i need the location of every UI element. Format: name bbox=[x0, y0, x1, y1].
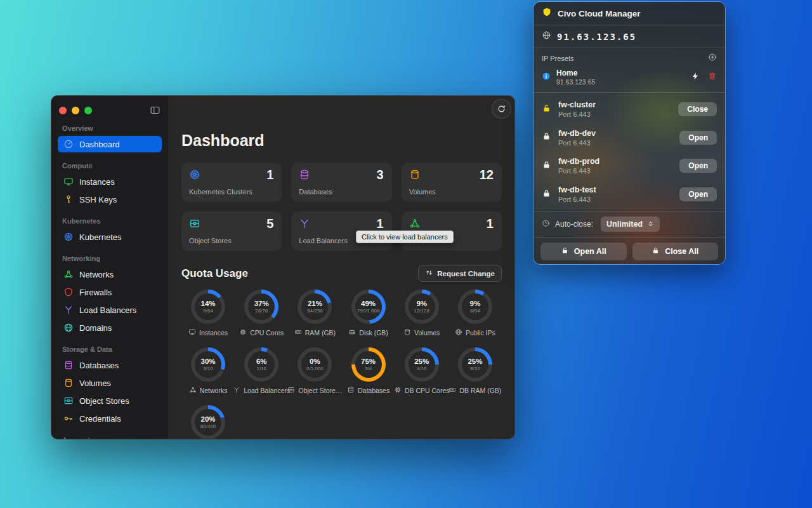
ring-ratio: 9/64 bbox=[203, 308, 213, 314]
sidebar-item-domains[interactable]: Domains bbox=[58, 319, 162, 336]
db-icon bbox=[347, 386, 355, 395]
ring-donut: 20%80/400 bbox=[191, 405, 225, 439]
stat-card-object-stores[interactable]: 5Object Stores bbox=[181, 211, 282, 251]
box-icon bbox=[189, 218, 274, 232]
civo-app-window: OverviewDashboardComputeInstancesSSH Key… bbox=[51, 95, 515, 439]
ring-percent: 37% bbox=[254, 300, 269, 308]
stat-value: 3 bbox=[377, 168, 384, 182]
lb-icon bbox=[299, 218, 384, 232]
gauge-icon bbox=[63, 139, 74, 149]
quota-ring-instances: 14%9/64Instances bbox=[181, 290, 235, 337]
preset-ip: 91.63.123.65 bbox=[556, 78, 595, 86]
sidebar-item-databases[interactable]: Databases bbox=[58, 357, 162, 373]
sidebar-item-load-balancers[interactable]: Load Balancers bbox=[58, 302, 162, 318]
main-content: Dashboard 1Kubernetes Clusters3Databases… bbox=[169, 96, 514, 439]
volume-icon bbox=[403, 328, 411, 337]
sidebar-item-firewalls[interactable]: Firewalls bbox=[58, 284, 162, 300]
ring-label: Public IPs bbox=[466, 329, 495, 337]
sidebar-item-networks[interactable]: Networks bbox=[58, 266, 162, 283]
quota-ring-load-balancers: 6%1/16Load Balancers bbox=[235, 347, 288, 395]
preset-name: Home bbox=[556, 69, 595, 78]
box-icon bbox=[287, 386, 295, 395]
ring-donut: 75%3/4 bbox=[351, 347, 386, 382]
auto-close-label: Auto-close: bbox=[555, 220, 593, 229]
quota-ring-public-ips: 9%6/64Public IPs bbox=[449, 290, 502, 337]
ring-label: RAM (GB) bbox=[305, 329, 336, 337]
close-all-button[interactable]: Close All bbox=[632, 243, 719, 260]
firewall-open-button[interactable]: Open bbox=[679, 131, 717, 145]
stat-card-kubernetes-clusters[interactable]: 1Kubernetes Clusters bbox=[181, 163, 282, 202]
auto-close-row: Auto-close: Unlimited bbox=[534, 211, 725, 237]
firewall-close-button[interactable]: Close bbox=[678, 102, 717, 116]
firewall-open-button[interactable]: Open bbox=[679, 159, 717, 173]
ring-percent: 25% bbox=[414, 358, 429, 366]
preset-row-home[interactable]: Home 91.63.123.65 bbox=[542, 69, 717, 86]
cpu-icon bbox=[394, 386, 402, 395]
open-all-label: Open All bbox=[574, 247, 606, 256]
ring-donut: 49%790/1.600 bbox=[351, 290, 386, 324]
open-all-button[interactable]: Open All bbox=[540, 243, 627, 260]
close-window-button[interactable] bbox=[59, 107, 67, 114]
ring-percent: 21% bbox=[308, 300, 322, 308]
sidebar-item-label: Object Stores bbox=[79, 396, 129, 406]
ring-percent: 0% bbox=[310, 358, 320, 366]
sidebar-item-ssh-keys[interactable]: SSH Keys bbox=[58, 191, 162, 208]
lock-open-icon bbox=[561, 246, 569, 257]
sidebar-item-label: Firewalls bbox=[79, 288, 112, 297]
close-all-label: Close All bbox=[665, 247, 698, 256]
firewall-port: Port 6.443 bbox=[558, 195, 596, 204]
sidebar-item-label: Networks bbox=[79, 270, 114, 279]
minimize-window-button[interactable] bbox=[72, 107, 79, 114]
ram-icon bbox=[294, 328, 302, 337]
sidebar-item-credentials[interactable]: Credentials bbox=[58, 410, 162, 427]
ram-icon bbox=[449, 386, 456, 395]
stat-value: 1 bbox=[377, 217, 384, 231]
stat-label: Volumes bbox=[409, 188, 494, 196]
auto-close-value: Unlimited bbox=[606, 220, 643, 229]
ring-percent: 9% bbox=[416, 300, 427, 308]
firewall-name: fw-db-test bbox=[558, 185, 596, 195]
quota-ring-ram-gb-: 21%54/256RAM (GB) bbox=[288, 290, 341, 337]
load-balancers-tooltip: Click to view load balancers bbox=[356, 231, 454, 243]
globe-icon bbox=[542, 30, 551, 43]
zoom-window-button[interactable] bbox=[84, 107, 92, 114]
ring-donut: 21%54/256 bbox=[298, 290, 332, 324]
ring-donut: 30%3/10 bbox=[191, 347, 225, 382]
sidebar: OverviewDashboardComputeInstancesSSH Key… bbox=[51, 96, 169, 439]
sidebar-item-label: Kubernetes bbox=[79, 232, 122, 242]
quota-header: Quota Usage Request Change bbox=[181, 265, 502, 282]
firewall-row-fw-db-dev: fw-db-devPort 6.443Open bbox=[534, 124, 725, 152]
sidebar-item-instances[interactable]: Instances bbox=[58, 173, 162, 190]
request-change-button[interactable]: Request Change bbox=[418, 265, 502, 282]
ring-ratio: 12/128 bbox=[414, 308, 429, 314]
firewall-open-button[interactable]: Open bbox=[679, 187, 717, 201]
ring-donut: 0%0/5.000 bbox=[298, 347, 332, 382]
quota-ring-db-ram-gb-: 25%8/32DB RAM (GB) bbox=[449, 347, 502, 395]
ring-donut: 9%12/128 bbox=[405, 290, 439, 324]
stat-card-volumes[interactable]: 12Volumes bbox=[402, 163, 502, 202]
sidebar-item-object-stores[interactable]: Object Stores bbox=[58, 392, 162, 409]
refresh-button[interactable] bbox=[492, 99, 511, 119]
clock-icon bbox=[542, 218, 550, 230]
quota-rings: 14%9/64Instances37%28/76CPU Cores21%54/2… bbox=[181, 290, 502, 439]
sidebar-toggle-icon[interactable] bbox=[150, 105, 160, 116]
cpu-icon bbox=[239, 328, 247, 337]
ring-ratio: 4/16 bbox=[417, 366, 427, 371]
add-preset-icon[interactable] bbox=[708, 53, 717, 64]
ring-ratio: 8/32 bbox=[470, 366, 480, 371]
sidebar-item-volumes[interactable]: Volumes bbox=[58, 375, 162, 391]
stat-card-databases[interactable]: 3Databases bbox=[291, 163, 391, 202]
stat-label: Databases bbox=[299, 188, 384, 196]
auto-close-select[interactable]: Unlimited bbox=[601, 217, 660, 232]
sidebar-item-kubernetes[interactable]: Kubernetes bbox=[58, 229, 162, 245]
sidebar-item-label: Domains bbox=[79, 323, 112, 333]
apply-preset-bolt-icon[interactable] bbox=[691, 72, 700, 83]
stat-value: 5 bbox=[266, 217, 273, 231]
globe-icon bbox=[63, 323, 74, 333]
firewall-port: Port 6.443 bbox=[558, 166, 599, 175]
quota-ring-volumes: 9%12/128Volumes bbox=[395, 290, 449, 337]
delete-preset-trash-icon[interactable] bbox=[708, 72, 717, 83]
sidebar-item-dashboard[interactable]: Dashboard bbox=[58, 136, 162, 152]
volume-icon bbox=[63, 378, 74, 388]
page-title: Dashboard bbox=[181, 131, 502, 150]
